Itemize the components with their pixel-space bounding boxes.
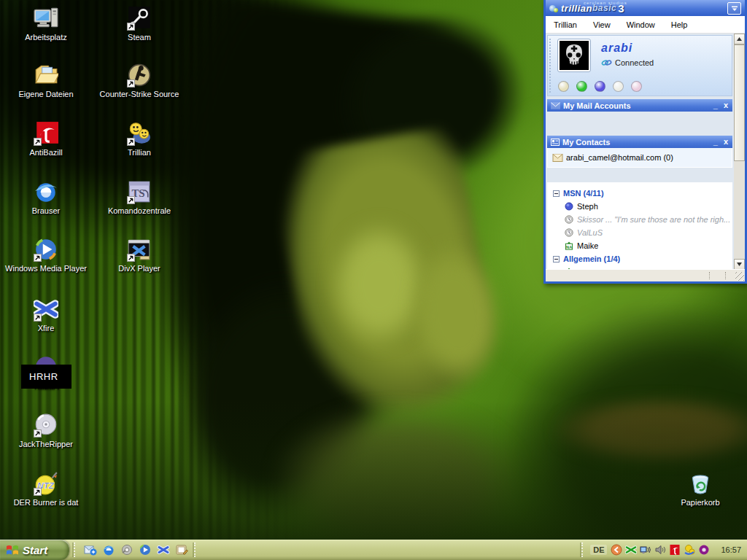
desktop-icon-der-burner-is-dat[interactable]: NTZDER Burner is dat xyxy=(0,471,97,507)
quick-launch-xfire-icon[interactable] xyxy=(157,543,170,556)
desktop-icon-brauser[interactable]: Brauser xyxy=(0,179,97,215)
tray-antivir-icon[interactable] xyxy=(669,544,681,556)
counter-strike-icon xyxy=(127,63,152,88)
internet-explorer-icon xyxy=(34,179,58,204)
collapse-minus-icon[interactable] xyxy=(553,256,560,262)
desktop-icon-divx-player[interactable]: DivX Player xyxy=(88,237,190,273)
desktop-icon-jacktheripper[interactable]: JackTheRipper xyxy=(0,413,97,448)
quick-launch-internet-explorer-icon[interactable] xyxy=(102,543,115,556)
desktop-icon-antibazill[interactable]: AntiBazill xyxy=(0,121,97,157)
desktop-icon-xfire[interactable]: Xfire xyxy=(0,297,97,332)
contact-vallus[interactable]: ValLuS xyxy=(547,226,732,239)
tray-purple-app-icon[interactable] xyxy=(698,544,710,556)
scrollbar-thumb[interactable] xyxy=(734,44,745,161)
shortcut-arrow-icon xyxy=(127,254,135,262)
taskbar-grip[interactable] xyxy=(194,542,198,557)
mail-section-header[interactable]: My Mail Accounts _ x xyxy=(547,99,732,112)
quick-launch-show-desktop-icon[interactable] xyxy=(175,543,188,556)
resize-grip[interactable] xyxy=(735,272,744,281)
trillian-titlebar[interactable]: trillian basic 3 cerulean studios xyxy=(546,0,745,16)
menu-item-trillian[interactable]: Trillian xyxy=(546,20,585,29)
contact-label: Allgemein (1/4) xyxy=(563,254,620,263)
contact-label: Steph xyxy=(577,202,598,211)
desktop-icon-label: Arbeitsplatz xyxy=(0,33,97,42)
contact-steph[interactable]: Steph xyxy=(547,200,732,213)
status-dot-1[interactable] xyxy=(558,81,569,92)
desktop-icon-steam[interactable]: Steam xyxy=(88,6,190,42)
avatar[interactable] xyxy=(557,39,591,72)
tray-xfire-green-icon[interactable] xyxy=(625,544,637,556)
contacts-section-header[interactable]: My Contacts _ x xyxy=(547,136,732,148)
language-indicator[interactable]: DE xyxy=(590,545,607,555)
desktop-icon-arbeitsplatz[interactable]: Arbeitsplatz xyxy=(0,6,97,42)
contact-label: Maike xyxy=(577,241,598,250)
contacts-close-button[interactable]: x xyxy=(724,136,728,148)
contact-skissor-i-m-sure-those-are-not[interactable]: Skissor ... "I'm sure those are not the … xyxy=(547,213,732,226)
hrhr-label-box[interactable]: HRHR xyxy=(21,365,71,389)
desktop-icon-papierkorb[interactable]: Papierkorb xyxy=(649,471,747,507)
tray-hide-icons-chevron-icon[interactable] xyxy=(611,544,622,556)
quick-launch-windows-media-player-icon[interactable] xyxy=(139,543,152,556)
my-documents-folder-icon xyxy=(34,63,58,88)
tray-messenger-buddy-icon[interactable] xyxy=(684,544,695,556)
tray-volume-icon[interactable] xyxy=(654,544,666,556)
shortcut-arrow-icon xyxy=(34,314,42,322)
mail-account-row[interactable]: arabi_camel@hotmail.com (0) xyxy=(547,147,732,168)
desktop-icon-eigene-dateien[interactable]: Eigene Dateien xyxy=(0,63,97,98)
status-dot-5[interactable] xyxy=(631,81,642,92)
shortcut-arrow-icon xyxy=(34,429,42,438)
contact-list: MSN (4/11)StephSkissor ... "I'm sure tho… xyxy=(547,182,732,270)
shortcut-arrow-icon xyxy=(34,488,42,496)
shortcut-arrow-icon xyxy=(34,138,42,146)
desktop-icon-komandozentrale[interactable]: TSKomandozentrale xyxy=(88,179,190,215)
trillian-menubar: TrillianViewWindowHelp xyxy=(546,16,745,34)
contacts-minimize-button[interactable]: _ xyxy=(713,136,718,148)
scroll-down-button[interactable] xyxy=(734,259,745,270)
desktop-icon-label: Papierkorb xyxy=(649,498,747,507)
menu-item-window[interactable]: Window xyxy=(619,20,663,29)
status-dot-2[interactable] xyxy=(576,81,587,92)
taskbar: Start DE 16:57 xyxy=(0,540,747,560)
tray-network-monitor-icon[interactable] xyxy=(640,544,651,556)
desktop-icon-counter-strike-source[interactable]: Counter-Strike Source xyxy=(88,63,190,98)
trillian-window[interactable]: trillian basic 3 cerulean studios Trilli… xyxy=(543,0,747,284)
svg-text:NA: NA xyxy=(566,245,572,249)
desktop-icon-windows-media-player[interactable]: Windows Media Player xyxy=(0,237,97,273)
away-clock-icon xyxy=(565,228,573,237)
scroll-up-button[interactable] xyxy=(734,34,745,44)
status-dot-3[interactable] xyxy=(595,81,605,92)
msn-online-icon xyxy=(565,202,573,211)
menu-item-view[interactable]: View xyxy=(585,20,619,29)
shortcut-arrow-icon xyxy=(34,254,42,262)
contact-maike[interactable]: NAMaike xyxy=(547,239,732,252)
desktop-icon-label: JackTheRipper xyxy=(0,440,97,448)
contact-group-allgemein-1-4[interactable]: Allgemein (1/4) xyxy=(547,252,732,265)
scrollbar[interactable] xyxy=(734,34,745,270)
mail-close-button[interactable]: x xyxy=(724,99,728,112)
desktop-icon-trillian[interactable]: Trillian xyxy=(88,121,190,157)
collapse-minus-icon[interactable] xyxy=(553,190,560,197)
quick-launch-bar xyxy=(82,543,190,556)
mail-section-title: My Mail Accounts xyxy=(563,101,631,110)
quick-launch-steam-gray-icon[interactable] xyxy=(120,543,133,556)
windowshade-button[interactable] xyxy=(727,2,741,15)
arrow-up-icon xyxy=(737,37,742,41)
username: arabi xyxy=(601,42,632,55)
wallpaper-neck xyxy=(277,408,518,540)
contacts-section-title: My Contacts xyxy=(562,138,610,147)
contact-label: ValLuS xyxy=(577,228,603,237)
contact-label: Skissor ... "I'm sure those are not the … xyxy=(577,215,730,224)
quicklaunch-grip[interactable] xyxy=(74,542,78,557)
status-dot-4[interactable] xyxy=(613,81,624,92)
mail-minimize-button[interactable]: _ xyxy=(713,99,718,112)
arrow-down-icon xyxy=(737,262,742,266)
desktop-icon-label: DivX Player xyxy=(88,264,190,273)
quick-launch-outlook-express-icon[interactable] xyxy=(84,543,97,556)
contact-group-msn-4-11[interactable]: MSN (4/11) xyxy=(547,187,732,200)
desktop-icon-label: Eigene Dateien xyxy=(0,90,97,98)
shortcut-arrow-icon xyxy=(127,138,135,146)
menu-item-help[interactable]: Help xyxy=(663,20,696,29)
system-tray: DE 16:57 xyxy=(590,544,747,556)
na-badge-icon: NA xyxy=(565,241,573,250)
start-button[interactable]: Start xyxy=(0,540,69,560)
